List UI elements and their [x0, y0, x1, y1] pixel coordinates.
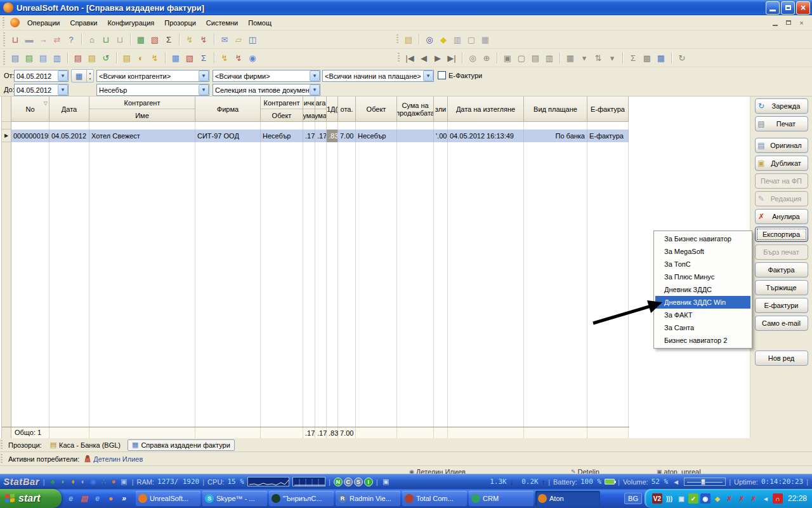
fiscal-print-button[interactable]: Печат на ФП — [755, 173, 808, 189]
grid-blue-icon[interactable]: ▦ — [654, 51, 668, 65]
sort-icon[interactable]: ⇅ — [591, 51, 605, 65]
export-doc-icon[interactable]: → — [36, 32, 50, 46]
doc-pair-icon[interactable]: ▥ — [50, 51, 64, 65]
column-header[interactable]: 1Д( — [327, 97, 338, 122]
taskbar-button[interactable]: Aton — [535, 491, 600, 506]
to-date-input[interactable]: 04.05.2012 ▼ — [14, 84, 69, 96]
table-row[interactable]: ▶ 0000000195 04.05.2012 Хотел Свежест — [2, 130, 629, 142]
column-header[interactable]: Сума на продажбата — [397, 97, 434, 122]
menu-item[interactable]: Операции — [22, 17, 65, 29]
next-record-icon[interactable]: ▶ — [431, 51, 445, 65]
taskbar-button[interactable]: UnrealSoft... — [136, 491, 200, 506]
wireless-icon[interactable]: ))) — [664, 493, 674, 504]
column-header[interactable]: Обект — [356, 97, 397, 122]
print-icon[interactable]: ▤ — [528, 51, 542, 65]
toolbar-grip[interactable] — [398, 53, 401, 63]
lock-doc-icon[interactable]: ▤ — [120, 51, 134, 65]
quick-client-icon[interactable]: ↯ — [197, 32, 211, 46]
column-header[interactable]: Фирма — [195, 97, 261, 122]
copy-doc-icon[interactable]: ▤ — [36, 51, 50, 65]
find-table-icon[interactable]: ▦ — [478, 32, 492, 46]
context-menu-item[interactable]: За Плюс Минус — [655, 271, 750, 283]
network-disconnected-icon[interactable]: ✗ — [737, 493, 747, 504]
volume-tray-icon[interactable]: ◄ — [761, 493, 771, 504]
language-indicator[interactable]: BG — [624, 493, 642, 504]
toolbar-grip[interactable] — [3, 17, 6, 28]
find-records-icon[interactable]: ◎ — [466, 51, 480, 65]
menu-item[interactable]: Конфигурация — [102, 17, 159, 29]
table-cell[interactable]: СИТ-97 ООД — [195, 130, 261, 142]
site-select[interactable]: Несебър ▼ — [96, 84, 209, 96]
marketplace-button[interactable]: Тържище — [755, 280, 808, 295]
preview-doc-icon[interactable]: ▤ — [402, 32, 416, 46]
restore-button[interactable] — [781, 1, 795, 15]
column-header[interactable]: Дата на изтегляне — [448, 97, 524, 122]
column-header[interactable]: ичк ума — [303, 97, 315, 122]
e-invoices-button[interactable]: Е-фактури — [755, 298, 808, 313]
chevron-down-icon[interactable]: ▼ — [199, 70, 209, 81]
email-only-button[interactable]: Само e-mail — [755, 316, 808, 331]
bolt-doc-icon[interactable]: ↯ — [218, 51, 232, 65]
print-button[interactable]: ▤ Печат — [755, 116, 808, 131]
drive-icon[interactable]: ▤ — [79, 493, 89, 504]
table-cell[interactable]: Несебър — [356, 130, 397, 142]
save-icon[interactable]: ▣ — [501, 51, 514, 65]
table-cell[interactable]: '.00 — [434, 130, 448, 142]
column-header[interactable]: Контрагент Обект — [261, 97, 303, 122]
context-menu-item[interactable]: За ТопС — [655, 258, 750, 271]
doc-types-select[interactable]: Селекция на типове документи ▼ — [213, 84, 320, 96]
chevron-down-icon[interactable]: ▼ — [310, 70, 320, 81]
toolbar-grip[interactable] — [3, 51, 6, 65]
find-doc-icon[interactable]: ▢ — [464, 32, 478, 46]
column-header[interactable]: Вид плащане — [524, 97, 587, 122]
grid-icon[interactable]: ▩ — [640, 51, 654, 65]
taskbar-button[interactable]: CRM — [469, 491, 534, 506]
table-cell[interactable]: .17 — [303, 130, 315, 142]
sort-dropdown-icon[interactable]: ▾ — [605, 51, 619, 65]
duplicate-button[interactable]: ▣ Дубликат — [755, 156, 808, 171]
prev-record-icon[interactable]: ◀ — [417, 51, 431, 65]
toolbar-grip[interactable] — [3, 32, 6, 46]
chevron-down-icon[interactable]: ▼ — [310, 84, 320, 95]
table-cell[interactable]: По банка — [524, 130, 587, 142]
toolbar-grip[interactable] — [396, 34, 400, 44]
table-cell[interactable]: 0000000195 — [11, 130, 49, 142]
column-header[interactable]: ага ума — [315, 97, 327, 122]
chevron-down-icon[interactable]: ▼ — [58, 84, 68, 95]
table-cell[interactable]: Несебър — [261, 130, 303, 142]
aton-quick-icon[interactable]: ● — [105, 493, 116, 504]
new-doc-icon[interactable]: ▤ — [22, 51, 36, 65]
people-icon[interactable]: ◉ — [246, 51, 259, 65]
menu-item[interactable]: Справки — [65, 17, 102, 29]
archive-icon[interactable]: ▥ — [542, 51, 556, 65]
table-cell[interactable]: Е-фактура — [587, 130, 629, 142]
find-next-icon[interactable]: ⊕ — [480, 51, 494, 65]
context-menu-item[interactable]: Бизнес навигатор 2 — [655, 334, 750, 347]
minimize-button[interactable] — [766, 1, 780, 15]
payments-select[interactable]: <Всички начини на плащане> ▼ — [322, 70, 434, 82]
table-cell[interactable]: 04.05.2012 16:13:49 — [448, 130, 524, 142]
columns-dropdown-icon[interactable]: ▾ — [577, 51, 591, 65]
column-header[interactable]: No ▽ — [11, 97, 49, 122]
column-header[interactable]: ота. — [338, 97, 356, 122]
edit-button[interactable]: ✎ Редакция — [755, 191, 808, 206]
totals-icon[interactable]: Σ — [626, 51, 640, 65]
confirm-sale-icon[interactable]: ⊔ — [99, 32, 113, 46]
column-header[interactable]: Е-фактура — [587, 97, 629, 122]
network-disconnected-icon[interactable]: ✗ — [749, 493, 759, 504]
close-button[interactable]: × — [796, 1, 810, 15]
context-menu-item[interactable]: Дневник ЗДДС Win — [655, 296, 750, 309]
table-cell[interactable]: .83 — [327, 130, 338, 142]
column-header[interactable]: Контрагент Име — [89, 97, 195, 122]
refresh-data-icon[interactable]: ↻ — [675, 51, 689, 65]
quick-print-button[interactable]: Бърз печат — [755, 244, 808, 260]
bolt-person-icon[interactable]: ↯ — [232, 51, 246, 65]
chevron-down-icon[interactable]: ▼ — [58, 70, 68, 81]
contractors-select[interactable]: <Всички контрагенти> ▼ — [96, 70, 209, 82]
confirm-sale-alt-icon[interactable]: ⊔ — [113, 32, 127, 46]
calendar-button[interactable]: ▦ ▲▼ — [71, 69, 94, 83]
last-record-icon[interactable]: ▶| — [445, 51, 459, 65]
chart-icon[interactable]: ▥ — [450, 32, 464, 46]
original-button[interactable]: ▤ Оригинал — [755, 138, 808, 153]
table-add-icon[interactable]: ▦ — [134, 32, 148, 46]
